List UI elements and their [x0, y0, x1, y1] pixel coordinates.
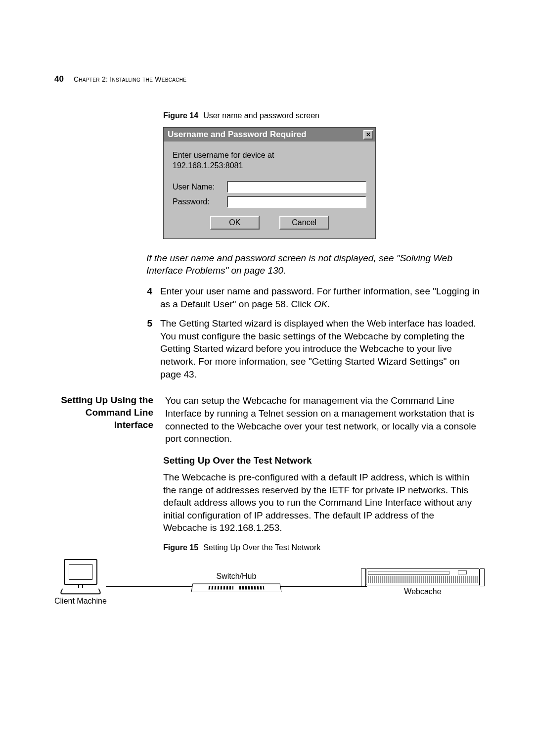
info-note: If the user name and password screen is …: [138, 252, 480, 277]
step-5-text: The Getting Started wizard is displayed …: [160, 317, 480, 380]
subheading-test-network: Setting Up Over the Test Network: [163, 455, 480, 466]
step-4-number: 4: [143, 285, 152, 310]
figure-15-label: Figure 15: [163, 543, 198, 552]
username-label: User Name:: [173, 183, 227, 191]
webcache-graphic: Webcache: [366, 568, 480, 596]
figure-14-label: Figure 14: [163, 111, 198, 120]
step-4-text: Enter your user name and password. For f…: [160, 285, 480, 310]
monitor-stand: [59, 589, 102, 595]
step-4-text-b: .: [327, 299, 330, 309]
switch-graphic: Switch/Hub: [192, 572, 281, 593]
network-figure: Client Machine Switch/Hub Webcache: [54, 559, 480, 606]
page-header: 40 Chapter 2: Installing the Webcache: [54, 74, 480, 84]
dialog-message-line2: 192.168.1.253:8081: [173, 161, 366, 171]
section-setting-up-cli: Setting Up Using the Command Line Interf…: [54, 394, 480, 445]
figure-15-caption: Figure 15Setting Up Over the Test Networ…: [163, 543, 480, 552]
step-4: 4 Enter your user name and password. For…: [143, 285, 480, 310]
dialog-message: Enter username for device at 192.168.1.2…: [173, 150, 366, 171]
figure-14-caption: Figure 14User name and password screen: [163, 111, 480, 120]
switch-ports-right: [239, 586, 264, 590]
test-network-paragraph: The Webcache is pre-configured with a de…: [163, 471, 480, 534]
section-body: You can setup the Webcache for managemen…: [165, 394, 480, 445]
chapter-title: Chapter 2: Installing the Webcache: [74, 75, 186, 83]
switch-icon: [191, 584, 281, 592]
webcache-ear-right: [480, 568, 485, 586]
switch-ports-left: [209, 586, 233, 590]
password-input[interactable]: [227, 196, 366, 208]
cable-right: [280, 586, 367, 587]
dialog-body: Enter username for device at 192.168.1.2…: [164, 142, 375, 238]
side-heading: Setting Up Using the Command Line Interf…: [54, 394, 153, 445]
cable-left: [106, 586, 193, 587]
dialog-title: Username and Password Required: [168, 130, 307, 140]
monitor-icon: [64, 559, 97, 585]
dialog-message-line1: Enter username for device at: [173, 150, 366, 161]
username-input[interactable]: [227, 181, 366, 193]
dialog-titlebar: Username and Password Required ✕: [164, 128, 375, 142]
switch-label: Switch/Hub: [216, 572, 256, 581]
webcache-label: Webcache: [404, 587, 441, 596]
step-5-number: 5: [143, 317, 152, 380]
page-number: 40: [54, 74, 64, 84]
step-5: 5 The Getting Started wizard is displaye…: [143, 317, 480, 380]
auth-dialog: Username and Password Required ✕ Enter u…: [163, 127, 376, 239]
cancel-button[interactable]: Cancel: [279, 216, 329, 230]
close-icon[interactable]: ✕: [363, 130, 373, 140]
figure-14-text: User name and password screen: [203, 111, 319, 120]
info-note-text: If the user name and password screen is …: [146, 252, 480, 277]
password-label: Password:: [173, 197, 227, 206]
webcache-ear-left: [361, 568, 366, 586]
figure-15-text: Setting Up Over the Test Network: [203, 543, 320, 552]
step-4-ok-italic: OK: [314, 299, 327, 309]
client-machine-graphic: Client Machine: [54, 559, 107, 606]
webcache-button-icon: [458, 570, 467, 574]
webcache-icon: [366, 568, 480, 585]
client-machine-label: Client Machine: [54, 597, 107, 606]
ok-button[interactable]: OK: [210, 216, 260, 230]
monitor-neck: [78, 585, 83, 588]
